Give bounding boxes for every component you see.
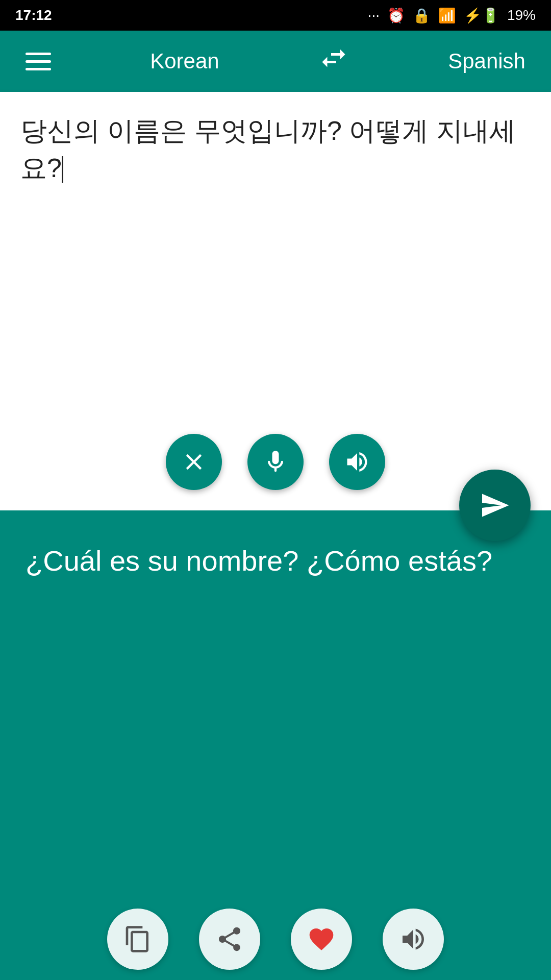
- alarm-icon: ⏰: [387, 7, 405, 24]
- lock-icon: 🔒: [413, 7, 431, 24]
- source-language-button[interactable]: Korean: [150, 49, 219, 74]
- menu-line-2: [26, 60, 51, 63]
- send-translate-button[interactable]: [459, 470, 531, 541]
- favorite-button[interactable]: [291, 909, 352, 970]
- swap-languages-button[interactable]: [318, 43, 349, 80]
- output-panel: ¿Cuál es su nombre? ¿Cómo estás?: [0, 510, 551, 980]
- source-speaker-button[interactable]: [329, 434, 385, 490]
- signal-icon: 📶: [438, 7, 456, 24]
- menu-line-1: [26, 53, 51, 55]
- output-speaker-button[interactable]: [383, 909, 444, 970]
- dots-icon: ···: [368, 7, 380, 23]
- source-text-content: 당신의 이름은 무엇입니까? 어떻게 지내세요?: [20, 116, 516, 183]
- target-language-button[interactable]: Spanish: [448, 49, 525, 74]
- source-text-input[interactable]: 당신의 이름은 무엇입니까? 어떻게 지내세요?: [20, 112, 531, 316]
- copy-button[interactable]: [107, 909, 168, 970]
- input-panel-wrapper: 당신의 이름은 무엇입니까? 어떻게 지내세요?: [0, 92, 551, 510]
- menu-button[interactable]: [26, 53, 51, 70]
- status-bar: 17:12 ··· ⏰ 🔒 📶 ⚡🔋 19%: [0, 0, 551, 31]
- time-display: 17:12: [15, 7, 52, 23]
- output-action-buttons: [0, 909, 551, 970]
- toolbar: Korean Spanish: [0, 31, 551, 92]
- translated-text: ¿Cuál es su nombre? ¿Cómo estás?: [26, 541, 525, 581]
- text-cursor: [62, 156, 63, 183]
- menu-line-3: [26, 68, 51, 70]
- microphone-button[interactable]: [247, 434, 304, 490]
- share-button[interactable]: [199, 909, 260, 970]
- battery-percent: 19%: [507, 7, 536, 23]
- clear-button[interactable]: [166, 434, 222, 490]
- status-icons: ··· ⏰ 🔒 📶 ⚡🔋 19%: [368, 7, 536, 24]
- input-panel: 당신의 이름은 무엇입니까? 어떻게 지내세요?: [0, 92, 551, 510]
- battery-icon: ⚡🔋: [464, 7, 499, 24]
